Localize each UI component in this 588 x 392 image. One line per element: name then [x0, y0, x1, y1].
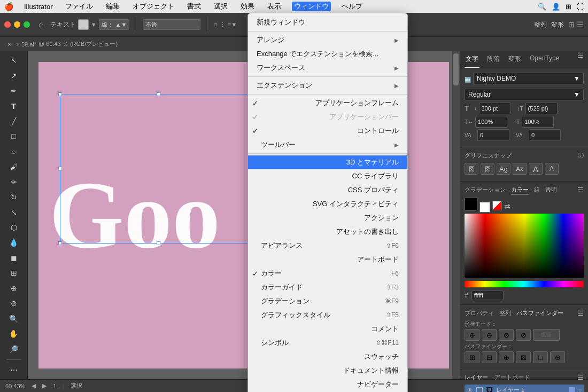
panel-menu-btn[interactable]: ☰: [577, 51, 584, 68]
minus-back-btn[interactable]: ⊖: [550, 351, 565, 363]
fg-color-swatch[interactable]: [465, 198, 477, 210]
gradient-tool[interactable]: ◼: [6, 251, 21, 265]
eyedropper-tool[interactable]: 💧: [6, 236, 21, 249]
bg-color-swatch[interactable]: [479, 202, 490, 213]
menu-appearance[interactable]: アピアランス ⇧F6: [248, 239, 407, 253]
distribute-icon[interactable]: ⋮: [220, 21, 226, 28]
more-tools[interactable]: ⋯: [6, 363, 21, 377]
menu-app-frame[interactable]: ✓ アプリケーションフレーム: [248, 96, 407, 110]
char-btn-2[interactable]: 図: [481, 163, 494, 175]
scale-h-input[interactable]: [475, 116, 507, 128]
menu-gradient[interactable]: グラデーション ⌘F9: [248, 294, 407, 308]
menu-toolbar-item[interactable]: ツールバー ▶: [248, 138, 407, 152]
handle-tl[interactable]: [58, 92, 62, 96]
pf-menu-btn[interactable]: ☰: [577, 309, 584, 317]
ellipse-tool[interactable]: ○: [6, 145, 21, 159]
menu-view[interactable]: 表示: [265, 2, 283, 11]
stroke-tab[interactable]: 線: [534, 186, 540, 194]
menu-extension[interactable]: エクステンション ▶: [248, 79, 407, 92]
align-icon[interactable]: ≡: [214, 21, 217, 28]
pen-tool[interactable]: ✒: [6, 84, 21, 98]
select-tool[interactable]: ↖: [6, 53, 21, 67]
pf-tab-properties[interactable]: プロパティ: [465, 309, 494, 317]
intersect-btn[interactable]: ⊗: [499, 329, 514, 341]
minimize-button[interactable]: [14, 21, 20, 28]
menu-illustrator[interactable]: Illustrator: [22, 3, 55, 11]
blend-tool[interactable]: ⬡: [6, 221, 21, 234]
document-tab[interactable]: × 59.ai*: [16, 41, 36, 48]
zoom-out-tool[interactable]: 🔎: [6, 342, 21, 356]
char-btn-1[interactable]: 図: [465, 163, 478, 175]
fullscreen-icon[interactable]: ⛶: [577, 3, 584, 11]
unite-btn[interactable]: ⊕: [465, 329, 479, 341]
menu-new-window[interactable]: 新規ウィンドウ: [248, 15, 407, 29]
color-menu-btn[interactable]: ☰: [577, 186, 584, 194]
rotate-tool[interactable]: ↻: [6, 190, 21, 204]
snap-info-icon[interactable]: ⓘ: [578, 152, 584, 160]
menu-artboard[interactable]: アートボード: [248, 253, 407, 266]
color-swatch-toolbar[interactable]: [78, 19, 89, 30]
swap-colors-icon[interactable]: ⇄: [504, 202, 510, 210]
font-style-selector[interactable]: Regular ▼: [465, 89, 584, 100]
search-icon[interactable]: 🔍: [538, 3, 546, 11]
menu-navigator[interactable]: ナビゲーター: [248, 378, 407, 391]
font-size-input[interactable]: [479, 103, 511, 114]
menu-cc-library[interactable]: CC ライブラリ: [248, 169, 407, 183]
menu-window[interactable]: ウィンドウ: [292, 2, 331, 11]
grid-icon[interactable]: ⊞: [566, 3, 571, 11]
layer-item[interactable]: 👁 🖼 レイヤー 1 ○: [465, 385, 584, 392]
menu-color[interactable]: ✓ カラー F6: [248, 266, 407, 280]
menu-svg-interactive[interactable]: SVG インタラクティビティ: [248, 197, 407, 211]
slice-tool[interactable]: ⊘: [6, 296, 21, 310]
scale-tool[interactable]: ⤡: [6, 205, 21, 219]
zoom-tool[interactable]: 🔍: [6, 311, 21, 325]
pencil-tool[interactable]: ✏: [6, 175, 21, 189]
menu-doc-info[interactable]: ドキュメント情報: [248, 364, 407, 378]
menu-swatch[interactable]: スウォッチ: [248, 350, 407, 364]
panel-toggle-icon[interactable]: ⊞: [568, 20, 575, 29]
reset-colors-icon[interactable]: [492, 201, 502, 210]
layer-visibility-icon[interactable]: 👁: [467, 387, 473, 393]
trim-btn[interactable]: ⊟: [482, 351, 497, 363]
menu-select[interactable]: 選択: [212, 2, 230, 11]
hue-bar[interactable]: [465, 281, 584, 287]
menu-workspace[interactable]: ワークスペース ▶: [248, 61, 407, 75]
char-btn-5[interactable]: A: [529, 163, 543, 175]
menu-control[interactable]: ✓ コントロール: [248, 124, 407, 138]
handle-tm[interactable]: [157, 92, 160, 96]
rect-tool[interactable]: □: [6, 129, 21, 143]
maximize-button[interactable]: [24, 21, 30, 28]
stroke-selector[interactable]: 線： ▲▼: [99, 19, 130, 30]
tab-transform[interactable]: 変形: [507, 51, 522, 68]
menu-exchange[interactable]: Exchange でエクステンションを検索...: [248, 47, 407, 61]
kerning-input[interactable]: [477, 129, 509, 141]
menu-css-props[interactable]: CSS プロパティ: [248, 183, 407, 197]
gradient-tab[interactable]: グラデーション: [465, 186, 506, 194]
layer-menu-btn[interactable]: ☰: [577, 373, 584, 381]
char-btn-3[interactable]: Ag: [497, 163, 510, 175]
expand-btn[interactable]: 拡張: [533, 329, 560, 341]
menu-file[interactable]: ファイル: [63, 2, 95, 11]
char-btn-4[interactable]: Ax: [513, 163, 527, 175]
direct-select-tool[interactable]: ↗: [6, 68, 21, 82]
brush-tool[interactable]: 🖌: [6, 160, 21, 174]
scale-v-input[interactable]: [522, 116, 554, 128]
panel-menu-icon[interactable]: ☰: [577, 20, 584, 29]
notification-icon[interactable]: 👤: [552, 3, 560, 11]
menu-effect[interactable]: 効果: [238, 2, 257, 11]
type-tool[interactable]: T: [6, 99, 21, 113]
mesh-tool[interactable]: ⊞: [6, 266, 21, 280]
prev-page-btn[interactable]: ◀: [32, 382, 36, 389]
home-icon[interactable]: ⌂: [38, 20, 44, 29]
color-arrow[interactable]: ▼: [91, 21, 97, 28]
layer-tab-artboard[interactable]: アートボード: [494, 373, 530, 381]
menu-graphic-style[interactable]: グラフィックスタイル ⇧F5: [248, 308, 407, 322]
menu-asset-export[interactable]: アセットの書き出し: [248, 225, 407, 239]
menu-symbol[interactable]: シンボル ⇧⌘F11: [248, 336, 407, 350]
merge-btn[interactable]: ⊕: [499, 351, 514, 363]
pf-tab-pathfinder[interactable]: パスファインダー: [516, 309, 563, 317]
color-tab[interactable]: カラー: [511, 186, 529, 194]
minus-front-btn[interactable]: ⊖: [482, 329, 497, 341]
close-button[interactable]: [4, 21, 11, 28]
pf-tab-align[interactable]: 整列: [499, 309, 511, 317]
